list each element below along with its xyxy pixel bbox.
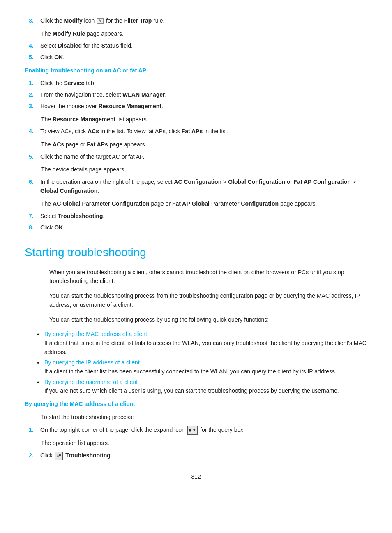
link-ip[interactable]: By querying the IP address of a client [44, 359, 140, 366]
step3-sub: The Modify Rule page appears. [25, 30, 367, 39]
section2-heading: By querying the MAC address of a client [25, 400, 367, 409]
bullet-dot-2: • [37, 358, 44, 367]
bullet-dot-1: • [37, 330, 44, 339]
s1-step-1: 1. Click the Service tab. [25, 79, 367, 88]
s2-step-1: 1. On the top right corner of the page, … [25, 426, 367, 435]
section1-steps: 1. Click the Service tab. 2. From the na… [25, 79, 367, 111]
intro-step-4: 4. Select Disabled for the Status field. [25, 42, 367, 51]
section1-steps-7-8: 7. Select Troubleshooting. 8. Click OK. [25, 212, 367, 232]
bullet-mac-desc: If a client that is not in the client li… [44, 340, 367, 355]
intro-para-3: You can start the troubleshooting proces… [25, 315, 367, 324]
intro-para-1: When you are troubleshooting a client, o… [25, 268, 367, 286]
section1-heading: Enabling troubleshooting on an AC or fat… [25, 66, 367, 75]
s1-step-3: 3. Hover the mouse over Resource Managem… [25, 102, 367, 111]
s1-step-8: 8. Click OK. [25, 223, 367, 232]
intro-para-2: You can start the troubleshooting proces… [25, 292, 367, 309]
s1-step-2: 2. From the navigation tree, select WLAN… [25, 90, 367, 100]
section1-step-5: 5. Click the name of the target AC or fa… [25, 153, 367, 162]
intro-step-5: 5. Click OK. [25, 53, 367, 62]
bullet-username: • By querying the username of a client I… [25, 378, 367, 396]
page-number: 312 [25, 473, 367, 482]
troubleshooting-icon: ☍ [55, 452, 63, 460]
intro-step-3: 3. Click the Modify icon ✎ for the Filte… [25, 16, 367, 25]
link-username[interactable]: By querying the username of a client [44, 379, 138, 385]
s1-step4-sub: The ACs page or Fat APs page appears. [25, 140, 367, 149]
section1-step-6: 6. In the operation area on the right of… [25, 178, 367, 195]
section2-step-1: 1. On the top right corner of the page, … [25, 426, 367, 435]
expand-icon: ■▼ [187, 426, 198, 435]
link-mac[interactable]: By querying the MAC address of a client [44, 331, 147, 337]
bullet-dot-3: • [37, 378, 44, 387]
s1-step-6: 6. In the operation area on the right of… [25, 178, 367, 195]
big-heading: Starting troubleshooting [25, 243, 367, 261]
s1-step6-sub: The AC Global Parameter Configuration pa… [25, 199, 367, 209]
bullet-mac: • By querying the MAC address of a clien… [25, 330, 367, 357]
s1-step-5: 5. Click the name of the target AC or fa… [25, 153, 367, 162]
bullet-ip: • By querying the IP address of a client… [25, 358, 367, 376]
modify-icon: ✎ [97, 18, 104, 24]
s1-step3-sub: The Resource Management list appears. [25, 115, 367, 124]
section2-intro: To start the troubleshooting process: [25, 413, 367, 422]
s1-step-4: 4. To view ACs, click ACs in the list. T… [25, 127, 367, 136]
bullet-username-desc: If you are not sure which client a user … [44, 387, 339, 394]
bullet-ip-desc: If a client in the client list has been … [44, 368, 337, 375]
s2-step-2: 2. Click ☍ Troubleshooting. [25, 451, 367, 460]
section1-steps-4-8: 4. To view ACs, click ACs in the list. T… [25, 127, 367, 136]
s2-step1-sub: The operation list appears. [25, 439, 367, 448]
s1-step5-sub: The device details page appears. [25, 165, 367, 174]
intro-steps-4-5: 4. Select Disabled for the Status field.… [25, 42, 367, 62]
section2-step-2: 2. Click ☍ Troubleshooting. [25, 451, 367, 460]
intro-steps-list: 3. Click the Modify icon ✎ for the Filte… [25, 16, 367, 25]
quick-query-list: • By querying the MAC address of a clien… [25, 330, 367, 396]
s1-step-7: 7. Select Troubleshooting. [25, 212, 367, 221]
